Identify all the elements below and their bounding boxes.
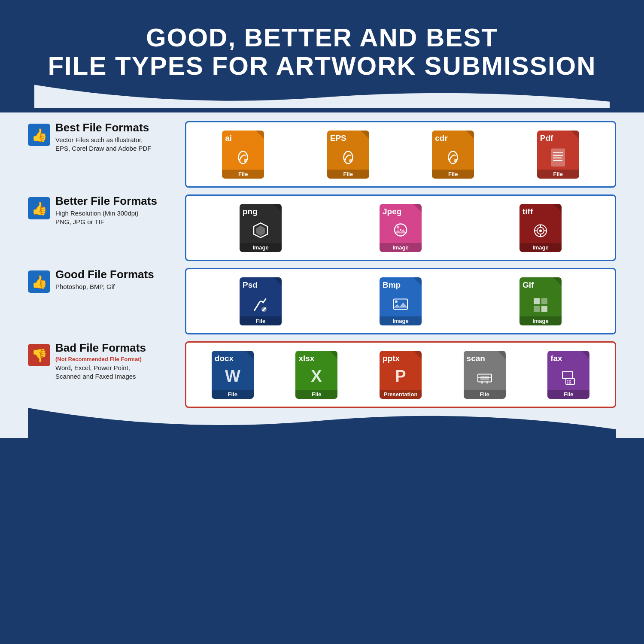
label-pdf: File [537,170,579,179]
file-docx: docx W File [212,351,254,399]
svg-rect-38 [569,380,571,381]
file-ai: ai File [222,131,264,179]
svg-rect-35 [562,371,573,378]
corner-scan [497,351,506,359]
svg-point-22 [395,300,398,303]
corner-pdf [571,131,579,139]
svg-rect-24 [541,298,547,304]
svg-rect-33 [481,381,483,383]
corner-bmp [413,277,422,286]
file-eps: EPS File [327,131,369,179]
icon-bmp [391,295,410,317]
label-bmp: Image [380,316,422,325]
svg-text:X: X [311,368,322,385]
corner-tiff [553,204,562,213]
svg-text:W: W [225,368,240,385]
file-doc-ai: ai File [222,131,264,179]
icon-pptx: P [392,368,409,390]
desc-best: Vector Files such as Illustrator, EPS, C… [55,136,180,153]
label-best: Best File Formats Vector Files such as I… [55,121,180,153]
svg-marker-9 [256,225,265,236]
ext-png: png [243,207,258,216]
title-best: Best File Formats [55,121,180,134]
ext-pdf: Pdf [540,134,553,143]
icon-tiff [531,221,550,243]
icon-pdf [550,147,567,170]
file-tiff: tiff Image [519,204,562,252]
label-fax: File [547,390,589,399]
file-psd: Psd File [240,277,282,325]
ext-eps: EPS [330,134,346,143]
icon-xlsx: X [308,368,325,390]
file-cdr: cdr File [432,131,474,179]
svg-point-2 [454,159,457,162]
svg-rect-39 [567,382,568,383]
thumb-good: 👍 [28,270,50,293]
file-doc-eps: EPS File [327,131,369,179]
svg-rect-26 [541,306,547,312]
label-bad: Bad File Formats (Not Recommended File F… [55,341,180,381]
file-jpeg: Jpeg Image [380,204,422,252]
svg-point-11 [397,226,399,228]
content-area: 👍 Best File Formats Vector Files such as… [0,112,644,408]
file-pptx: pptx P Presentation [380,351,422,399]
icon-jpeg [391,221,410,243]
desc-bad: Word, Excel, Power Point, Scanned and Fa… [55,364,180,381]
file-doc-xlsx: xlsx X File [295,351,337,399]
svg-point-0 [244,159,247,162]
section-better: 👍 Better File Formats High Resolution (M… [28,194,616,261]
icons-box-best: ai File [185,121,616,188]
corner-psd [273,277,282,286]
label-jpeg: Image [380,243,422,252]
header-title-line2: FILE TYPES FOR ARTWORK SUBMISSION [34,52,610,80]
label-good: Good File Formats Photoshop, BMP, Gif [55,268,180,291]
file-doc-bmp: Bmp Image [380,277,422,325]
corner-jpeg [413,204,422,213]
icons-box-better: png Image Jpeg [185,194,616,261]
ext-xlsx: xlsx [298,354,314,363]
file-scan: scan File [464,351,506,399]
label-better: Better File Formats High Resolution (Min… [55,194,180,227]
corner-eps [361,131,369,139]
svg-rect-23 [534,298,540,304]
label-xlsx: File [295,390,337,399]
ext-pptx: pptx [383,354,400,363]
corner-gif [553,277,562,286]
file-doc-fax: fax File [547,351,589,399]
icons-box-bad: docx W File xlsx [185,341,616,408]
file-doc-scan: scan File [464,351,506,399]
file-doc-jpeg: Jpeg Image [380,204,422,252]
thumb-better: 👍 [28,197,50,219]
icon-fax [559,368,578,390]
main-container: GOOD, BETTER AND BEST FILE TYPES FOR ART… [0,0,644,644]
header-swoosh [34,85,610,108]
file-doc-cdr: cdr File [432,131,474,179]
thumb-best: 👍 [28,124,50,146]
file-bmp: Bmp Image [380,277,422,325]
svg-point-1 [349,159,352,162]
file-doc-png: png Image [240,204,282,252]
corner-ai [255,131,264,139]
title-better: Better File Formats [55,194,180,208]
svg-rect-37 [567,380,568,381]
section-good: 👍 Good File Formats Photoshop, BMP, Gif … [28,268,616,334]
icon-eps [339,148,358,170]
bottom-swoosh-container [0,408,644,438]
ext-ai: ai [225,134,232,143]
file-gif: Gif Image [519,277,562,325]
file-doc-docx: docx W File [212,351,254,399]
header-title-line1: GOOD, BETTER AND BEST [34,24,610,52]
label-eps: File [327,170,369,179]
corner-png [273,204,282,213]
svg-rect-40 [569,382,571,383]
desc-good: Photoshop, BMP, Gif [55,283,180,291]
section-bad: 👎 Bad File Formats (Not Recommended File… [28,341,616,408]
file-doc-psd: Psd File [240,277,282,325]
label-cdr: File [432,170,474,179]
ext-cdr: cdr [435,134,448,143]
icon-ai [234,148,252,170]
icon-gif [531,295,550,317]
icon-scan [475,368,494,390]
file-doc-pdf: Pdf File [537,131,579,179]
thumb-bad: 👎 [28,344,50,366]
